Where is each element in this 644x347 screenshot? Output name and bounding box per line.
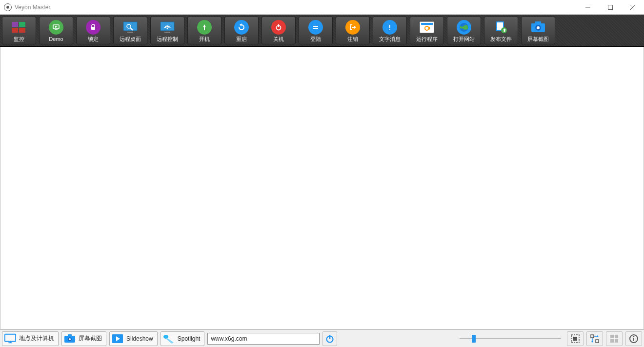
svg-point-19 — [167, 27, 168, 29]
run-program-icon — [419, 19, 435, 35]
align-grid-button[interactable] — [606, 331, 623, 346]
svg-marker-20 — [203, 24, 206, 30]
monitoring-button[interactable]: 监控 — [2, 17, 36, 44]
lock-button[interactable]: 锁定 — [76, 17, 110, 44]
monitor-icon — [4, 334, 16, 344]
filter-powered-button[interactable] — [322, 331, 337, 346]
login-button[interactable]: 登陆 — [299, 17, 333, 44]
svg-rect-25 — [313, 28, 318, 29]
svg-rect-18 — [164, 32, 170, 33]
window-title: Veyon Master — [15, 4, 50, 11]
close-button[interactable] — [622, 0, 644, 15]
power-on-icon — [197, 19, 212, 35]
open-website-label: 打开网站 — [453, 36, 475, 42]
text-message-icon — [382, 19, 398, 35]
lock-icon — [85, 19, 101, 35]
maximize-button[interactable] — [599, 0, 622, 15]
run-program-label: 运行程序 — [416, 36, 438, 42]
globe-icon — [456, 19, 472, 35]
power-off-button[interactable]: 关机 — [262, 17, 296, 44]
slideshow-panel-button[interactable]: Slideshow — [109, 331, 158, 346]
logout-label: 注销 — [347, 36, 358, 42]
remote-view-icon — [122, 19, 138, 35]
svg-rect-43 — [5, 334, 16, 341]
fit-icon — [570, 334, 580, 344]
arrange-icon — [590, 334, 600, 344]
send-file-button[interactable]: 发布文件 — [484, 17, 518, 44]
main-toolbar: 监控 Demo 锁定 远程桌面 — [0, 15, 644, 47]
svg-point-31 — [425, 26, 429, 30]
power-off-label: 关机 — [273, 36, 284, 42]
svg-rect-56 — [573, 337, 577, 341]
text-message-button[interactable]: 文字消息 — [373, 17, 407, 44]
minimize-button[interactable] — [577, 0, 599, 15]
svg-marker-10 — [55, 26, 58, 28]
spotlight-icon — [163, 334, 175, 344]
svg-rect-12 — [91, 27, 95, 30]
power-on-button[interactable]: 开机 — [187, 17, 221, 44]
login-label: 登陆 — [310, 36, 321, 42]
svg-rect-14 — [127, 32, 133, 33]
svg-marker-60 — [591, 341, 593, 343]
svg-rect-63 — [610, 339, 614, 343]
search-input[interactable] — [207, 333, 320, 345]
svg-rect-28 — [389, 25, 390, 28]
auto-fit-button[interactable] — [567, 331, 584, 346]
locations-panel-button[interactable]: 地点及计算机 — [2, 331, 59, 346]
send-file-label: 发布文件 — [490, 36, 512, 42]
remote-view-label: 远程桌面 — [120, 36, 141, 42]
zoom-slider[interactable] — [457, 331, 564, 346]
demo-button[interactable]: Demo — [39, 17, 73, 44]
svg-rect-24 — [313, 26, 318, 27]
power-on-label: 开机 — [199, 36, 210, 42]
run-program-button[interactable]: 运行程序 — [410, 17, 444, 44]
power-off-icon — [271, 19, 286, 35]
power-icon — [325, 334, 335, 344]
screenshot-label: 屏幕截图 — [527, 36, 549, 42]
screenshot-button[interactable]: 屏幕截图 — [521, 17, 555, 44]
remote-view-button[interactable]: 远程桌面 — [113, 17, 147, 44]
svg-point-52 — [163, 335, 168, 339]
svg-rect-8 — [19, 28, 25, 33]
svg-marker-21 — [240, 23, 242, 26]
about-button[interactable] — [625, 331, 642, 346]
reboot-button[interactable]: 重启 — [224, 17, 259, 44]
remote-control-label: 远程控制 — [157, 36, 178, 42]
play-icon — [112, 334, 123, 344]
svg-point-49 — [69, 338, 71, 340]
app-icon — [4, 3, 12, 11]
screenshots-panel-button[interactable]: 屏幕截图 — [61, 331, 106, 346]
slideshow-label: Slideshow — [126, 335, 153, 342]
svg-rect-5 — [12, 22, 18, 27]
computer-view-area[interactable] — [0, 47, 644, 329]
text-message-label: 文字消息 — [379, 36, 401, 42]
titlebar: Veyon Master — [0, 0, 644, 15]
svg-rect-57 — [591, 335, 594, 338]
bottom-toolbar: 地点及计算机 屏幕截图 Slideshow Spotlight — [0, 329, 644, 347]
monitoring-icon — [11, 19, 27, 35]
monitoring-label: 监控 — [14, 36, 24, 42]
reboot-label: 重启 — [236, 36, 247, 42]
svg-rect-67 — [633, 338, 634, 341]
info-icon — [629, 334, 639, 344]
open-website-button[interactable]: 打开网站 — [447, 17, 481, 44]
svg-rect-13 — [123, 22, 137, 31]
spotlight-panel-button[interactable]: Spotlight — [161, 331, 205, 346]
locations-label: 地点及计算机 — [19, 334, 54, 343]
svg-point-42 — [537, 26, 540, 29]
screenshots-panel-label: 屏幕截图 — [79, 334, 102, 343]
logout-icon — [345, 19, 361, 35]
svg-rect-64 — [615, 339, 618, 343]
grid-icon — [609, 334, 619, 344]
svg-marker-27 — [354, 26, 356, 29]
svg-rect-29 — [389, 29, 390, 30]
slider-thumb[interactable] — [472, 335, 476, 343]
svg-rect-62 — [615, 335, 618, 338]
remote-control-button[interactable]: 远程控制 — [150, 17, 184, 44]
logout-button[interactable]: 注销 — [336, 17, 370, 44]
remote-control-icon — [160, 19, 175, 35]
svg-rect-38 — [504, 30, 505, 32]
svg-rect-58 — [596, 340, 599, 343]
arrangement-button[interactable] — [586, 331, 603, 346]
login-icon — [308, 19, 323, 35]
